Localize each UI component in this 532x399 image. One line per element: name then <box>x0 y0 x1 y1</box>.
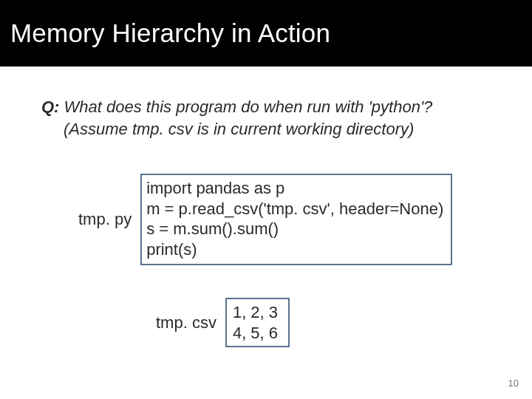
code-line: s = m.sum().sum() <box>146 219 443 239</box>
code-line: m = p.read_csv('tmp. csv', header=None) <box>146 199 443 219</box>
tmp-csv-box: 1, 2, 3 4, 5, 6 <box>225 298 290 347</box>
question-block: Q: What does this program do when run wi… <box>41 96 491 140</box>
csv-line: 4, 5, 6 <box>233 323 278 344</box>
question-label: Q: <box>41 98 59 116</box>
title-bar: Memory Hierarchy in Action <box>0 0 532 66</box>
question-line-1: Q: What does this program do when run wi… <box>41 96 491 118</box>
slide-title: Memory Hierarchy in Action <box>10 18 330 48</box>
tmp-csv-row: tmp. csv 1, 2, 3 4, 5, 6 <box>156 298 491 347</box>
code-line: print(s) <box>146 239 443 260</box>
tmp-csv-label: tmp. csv <box>156 313 216 332</box>
page-number: 10 <box>508 378 519 389</box>
csv-line: 1, 2, 3 <box>233 302 278 323</box>
slide-body: Q: What does this program do when run wi… <box>0 66 532 347</box>
slide: Memory Hierarchy in Action Q: What does … <box>0 0 532 399</box>
tmp-py-box: import pandas as p m = p.read_csv('tmp. … <box>140 174 452 265</box>
tmp-py-row: tmp. py import pandas as p m = p.read_cs… <box>78 174 491 265</box>
tmp-py-label: tmp. py <box>78 210 132 229</box>
question-line-2: (Assume tmp. csv is in current working d… <box>64 118 491 140</box>
code-line: import pandas as p <box>146 178 443 199</box>
question-text-1: What does this program do when run with … <box>59 98 432 116</box>
